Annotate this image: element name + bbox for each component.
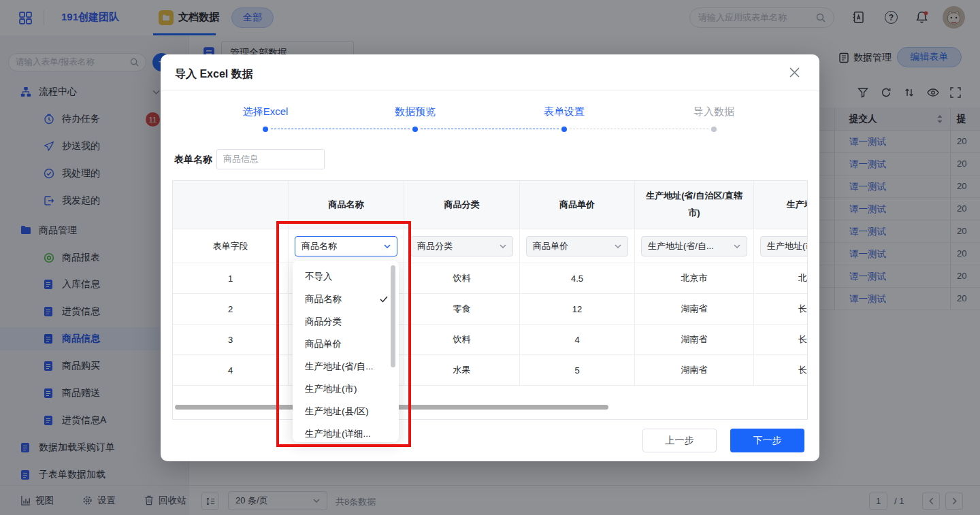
step-import-data: 导入数据	[666, 105, 762, 118]
prev-step-button[interactable]: 上一步	[642, 429, 717, 452]
step-select-excel: 选择Excel	[218, 105, 313, 118]
mapping-header-row: 商品名称 商品分类 商品单价 生产地址(省/自治区/直辖市) 生产地址(市)	[173, 181, 808, 229]
dropdown-option-detail-address[interactable]: 生产地址(详细...	[293, 422, 399, 442]
field-select-province[interactable]: 生产地址(省/自...	[641, 236, 747, 256]
dropdown-option-province[interactable]: 生产地址(省/自...	[293, 355, 399, 378]
check-icon	[380, 296, 388, 303]
field-select-product-price[interactable]: 商品单价	[526, 236, 628, 256]
field-select-product-name[interactable]: 商品名称	[295, 236, 397, 256]
field-select-city[interactable]: 生产地址(市)	[760, 236, 808, 256]
header-cell: 生产地址(市)	[754, 181, 808, 229]
mapping-data-row: 4 水果 5 湖南省 长沙市	[173, 355, 808, 386]
chevron-down-icon	[500, 244, 506, 248]
form-name-label: 表单名称	[174, 154, 212, 166]
dropdown-option-product-name[interactable]: 商品名称	[293, 288, 399, 310]
divider	[161, 90, 819, 91]
table-footer	[173, 386, 808, 420]
mapping-data-row: 2 零食 12 湖南省 长沙市	[173, 294, 808, 325]
dropdown-scrollbar[interactable]	[391, 265, 395, 367]
step-dot	[263, 127, 268, 132]
chevron-down-icon	[615, 244, 621, 248]
header-cell	[173, 181, 289, 229]
dropdown-option-no-import[interactable]: 不导入	[293, 265, 399, 288]
mapping-data-row: 1 饮料 4.5 北京市 北京市	[173, 263, 808, 294]
step-dot	[561, 127, 567, 132]
field-dropdown-menu: 不导入 商品名称 商品分类 商品单价 生产地址(省/自... 生产地址(市) 生…	[293, 261, 399, 442]
step-dot	[412, 127, 418, 132]
step-connector	[570, 129, 708, 129]
chevron-down-icon	[734, 244, 740, 248]
header-cell: 商品名称	[289, 181, 404, 229]
next-step-button[interactable]: 下一步	[730, 429, 804, 452]
dropdown-option-product-price[interactable]: 商品单价	[293, 333, 399, 355]
field-row-label: 表单字段	[173, 229, 289, 263]
mapping-data-row: 3 饮料 4 湖南省 长沙市	[173, 325, 808, 355]
chevron-down-icon	[384, 244, 391, 248]
step-form-settings: 表单设置	[517, 105, 612, 118]
field-mapping-table: 商品名称 商品分类 商品单价 生产地址(省/自治区/直辖市) 生产地址(市) 表…	[172, 180, 808, 420]
modal-title: 导入 Excel 数据	[175, 67, 253, 82]
close-icon[interactable]	[789, 67, 804, 82]
field-select-product-category[interactable]: 商品分类	[410, 236, 513, 256]
mapping-field-row: 表单字段 商品名称 商品分类 商品单价 生产地址(省/自... 生产地址(市)	[173, 229, 808, 263]
step-connector	[421, 129, 559, 129]
dropdown-option-city[interactable]: 生产地址(市)	[293, 378, 399, 400]
form-name-input[interactable]	[216, 149, 325, 169]
step-data-preview: 数据预览	[368, 105, 463, 118]
dropdown-option-product-category[interactable]: 商品分类	[293, 310, 399, 333]
header-cell: 生产地址(省/自治区/直辖市)	[635, 181, 754, 229]
step-dot	[711, 127, 717, 132]
import-excel-modal: 导入 Excel 数据 选择Excel 数据预览 表单设置 导入数据 表单名称 …	[161, 54, 819, 461]
header-cell: 商品单价	[520, 181, 635, 229]
step-connector	[271, 129, 410, 129]
header-cell: 商品分类	[404, 181, 520, 229]
dropdown-option-district[interactable]: 生产地址(县/区)	[293, 400, 399, 422]
